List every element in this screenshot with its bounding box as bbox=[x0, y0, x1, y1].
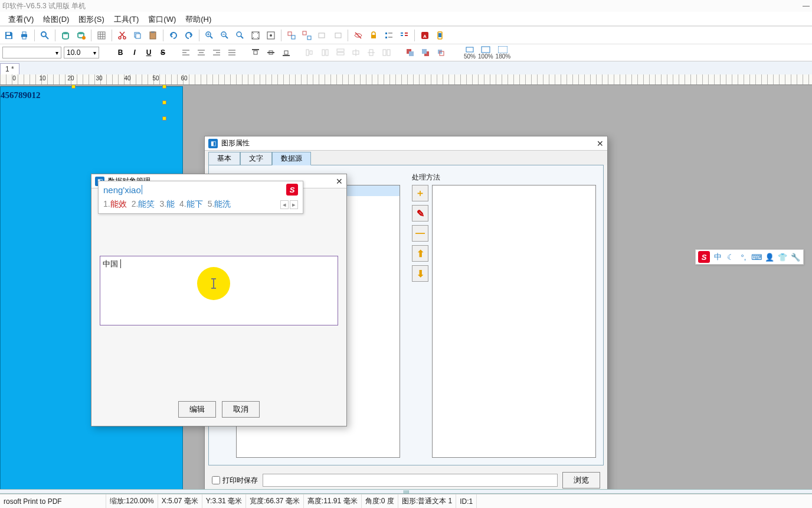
ime-page-nav[interactable]: ◂▸ bbox=[280, 199, 298, 210]
dash-icon[interactable] bbox=[398, 29, 411, 42]
ime-candidate-3[interactable]: 3.能 bbox=[159, 199, 175, 210]
layers2-icon[interactable] bbox=[331, 29, 344, 42]
selection-handle[interactable] bbox=[162, 84, 166, 89]
pdf-icon[interactable]: A bbox=[418, 29, 431, 42]
ungroup-icon[interactable] bbox=[300, 29, 313, 42]
forward-icon[interactable] bbox=[434, 46, 447, 59]
group-icon[interactable] bbox=[285, 29, 298, 42]
redo-icon[interactable] bbox=[182, 29, 195, 42]
cancel-button[interactable]: 取消 bbox=[222, 401, 260, 418]
eye-off-icon[interactable] bbox=[352, 29, 365, 42]
process-method-list[interactable] bbox=[432, 185, 596, 458]
print-icon[interactable] bbox=[18, 29, 31, 42]
svg-rect-38 bbox=[307, 36, 311, 40]
list-icon[interactable] bbox=[382, 29, 395, 42]
send-back-icon[interactable] bbox=[419, 46, 432, 59]
align-right-icon[interactable] bbox=[210, 46, 223, 59]
browse-button[interactable]: 浏览 bbox=[562, 472, 600, 489]
grid-icon[interactable] bbox=[95, 29, 108, 42]
strike-button[interactable]: S bbox=[157, 48, 169, 57]
ime-lang-toggle[interactable]: 中 bbox=[712, 252, 723, 262]
ime-candidate-5[interactable]: 5.能洗 bbox=[208, 199, 231, 210]
bold-button[interactable]: B bbox=[114, 48, 126, 57]
svg-rect-91 bbox=[466, 47, 473, 52]
tab-text[interactable]: 文字 bbox=[240, 152, 272, 165]
doc-tab[interactable]: 1 * bbox=[0, 63, 19, 74]
remove-method-button[interactable]: — bbox=[412, 225, 428, 242]
menu-view[interactable]: 查看(V) bbox=[4, 13, 38, 24]
align-left-icon[interactable] bbox=[179, 46, 192, 59]
menu-shape[interactable]: 图形(S) bbox=[74, 13, 109, 24]
text-object[interactable]: 456789012 bbox=[1, 90, 41, 100]
dialog-title-bar[interactable]: ◧ 图形属性 ✕ bbox=[205, 136, 607, 151]
mobile-icon[interactable] bbox=[434, 29, 447, 42]
ime-keyboard-icon[interactable]: ⌨ bbox=[751, 252, 762, 262]
obj-align-2-icon[interactable] bbox=[319, 46, 332, 59]
bring-front-icon[interactable] bbox=[404, 46, 417, 59]
ime-moon-icon[interactable]: ☾ bbox=[725, 252, 736, 262]
edit-button[interactable]: 编辑 bbox=[178, 401, 216, 418]
valign-top-icon[interactable] bbox=[249, 46, 262, 59]
close-icon[interactable]: ✕ bbox=[336, 177, 343, 186]
zoom-in-icon[interactable] bbox=[203, 29, 216, 42]
menu-window[interactable]: 窗口(W) bbox=[143, 13, 181, 24]
minimize-icon[interactable]: — bbox=[803, 2, 810, 10]
close-icon[interactable]: ✕ bbox=[597, 139, 604, 148]
undo-icon[interactable] bbox=[167, 29, 180, 42]
db-sync-icon[interactable] bbox=[74, 29, 87, 42]
font-size-dropdown[interactable]: 10.0▾ bbox=[64, 47, 99, 58]
ime-candidate-2[interactable]: 2.能笑 bbox=[132, 199, 155, 210]
db-icon[interactable] bbox=[59, 29, 72, 42]
selection-handle[interactable] bbox=[162, 116, 166, 121]
save-icon[interactable] bbox=[2, 29, 15, 42]
cut-icon[interactable] bbox=[116, 29, 129, 42]
tab-data-source[interactable]: 数据源 bbox=[272, 152, 311, 165]
selection-handle[interactable] bbox=[162, 100, 166, 105]
tab-basic[interactable]: 基本 bbox=[208, 152, 240, 165]
italic-button[interactable]: I bbox=[129, 48, 140, 57]
align-center-icon[interactable] bbox=[195, 46, 208, 59]
add-method-button[interactable]: ＋ bbox=[412, 185, 428, 201]
underline-button[interactable]: U bbox=[143, 48, 155, 57]
layers-icon[interactable] bbox=[316, 29, 329, 42]
obj-align-5-icon[interactable] bbox=[365, 46, 378, 59]
zoom-reset-icon[interactable] bbox=[234, 29, 247, 42]
copy-icon[interactable] bbox=[131, 29, 144, 42]
ime-candidate-4[interactable]: 4.能下 bbox=[179, 199, 203, 210]
menu-help[interactable]: 帮助(H) bbox=[181, 13, 216, 24]
ime-shirt-icon[interactable]: 👕 bbox=[777, 252, 788, 262]
ime-toolbar[interactable]: S 中 ☾ °, ⌨ 👤 👕 🔧 bbox=[695, 249, 804, 265]
obj-align-4-icon[interactable] bbox=[349, 46, 362, 59]
splitter[interactable] bbox=[0, 489, 812, 494]
fit-width-icon[interactable] bbox=[264, 29, 277, 42]
paste-icon[interactable] bbox=[146, 29, 159, 42]
edit-method-button[interactable]: ✎ bbox=[412, 205, 428, 222]
obj-align-1-icon[interactable] bbox=[303, 46, 316, 59]
svg-rect-37 bbox=[303, 31, 306, 35]
zoom-icon[interactable] bbox=[38, 29, 51, 42]
menu-tool[interactable]: 工具(T) bbox=[109, 13, 144, 24]
obj-align-6-icon[interactable] bbox=[380, 46, 393, 59]
move-down-button[interactable]: ⬇ bbox=[412, 265, 428, 282]
zoom-180-button[interactable]: 180% bbox=[496, 46, 511, 60]
zoom-100-button[interactable]: 100% bbox=[478, 46, 493, 60]
valign-bot-icon[interactable] bbox=[280, 46, 293, 59]
svg-rect-88 bbox=[422, 49, 427, 54]
lock-icon[interactable] bbox=[367, 29, 380, 42]
zoom-out-icon[interactable] bbox=[218, 29, 231, 42]
ime-person-icon[interactable]: 👤 bbox=[764, 252, 775, 262]
save-path-field[interactable] bbox=[263, 474, 558, 487]
ime-wrench-icon[interactable]: 🔧 bbox=[790, 252, 801, 262]
move-up-button[interactable]: ⬆ bbox=[412, 245, 428, 262]
fit-icon[interactable] bbox=[249, 29, 262, 42]
zoom-50-button[interactable]: 50% bbox=[464, 46, 476, 60]
valign-mid-icon[interactable] bbox=[264, 46, 277, 59]
ime-punct-icon[interactable]: °, bbox=[738, 252, 749, 262]
font-family-dropdown[interactable]: ▾ bbox=[2, 47, 61, 58]
save-on-print-checkbox[interactable]: 打印时保存 bbox=[212, 476, 258, 486]
align-justify-icon[interactable] bbox=[225, 46, 238, 59]
obj-align-3-icon[interactable] bbox=[334, 46, 347, 59]
menu-draw[interactable]: 绘图(D) bbox=[38, 13, 74, 24]
selection-handle[interactable] bbox=[71, 84, 76, 89]
ime-candidate-1[interactable]: 1.能效 bbox=[103, 199, 127, 210]
